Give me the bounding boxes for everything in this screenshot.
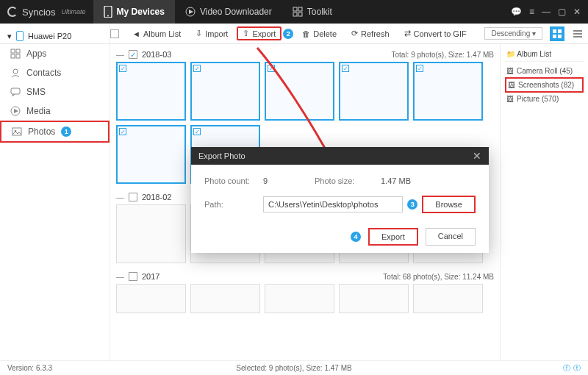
device-entry[interactable]: ▾ Huawei P20 — [0, 28, 110, 44]
tool-refresh[interactable]: ⟳ Refresh — [345, 26, 395, 40]
title-bar: Syncios Ultimate My Devices Video Downlo… — [0, 0, 588, 24]
cancel-button[interactable]: Cancel — [426, 228, 476, 246]
photos-icon — [12, 126, 22, 137]
thumb-checkbox[interactable]: ✓ — [342, 65, 349, 72]
dialog-close-icon[interactable]: ✕ — [473, 150, 481, 162]
dialog-title: Export Photo — [198, 151, 245, 160]
view-grid-button[interactable] — [550, 26, 564, 41]
menu-icon[interactable]: ≡ — [529, 7, 534, 17]
sort-dropdown[interactable]: Descending ▾ — [484, 27, 542, 40]
svg-rect-22 — [558, 35, 562, 38]
sidebar-item-photos[interactable]: Photos 1 — [0, 121, 110, 143]
chevron-down-icon: ▾ — [7, 32, 12, 41]
tab-video-downloader[interactable]: Video Downloader — [175, 0, 282, 24]
view-list-button[interactable] — [570, 26, 585, 41]
tool-album-list[interactable]: ◄ Album List — [126, 27, 187, 40]
close-icon[interactable]: ✕ — [573, 7, 581, 17]
album-row-camera[interactable]: 🖼 Camera Roll (45) — [505, 65, 584, 77]
phone-icon — [16, 31, 24, 41]
photo-thumb[interactable] — [339, 284, 409, 313]
thumb-checkbox[interactable]: ✓ — [268, 65, 275, 72]
photo-thumb[interactable] — [413, 284, 483, 313]
sync-icon — [7, 7, 18, 17]
sidebar-item-media[interactable]: Media — [0, 101, 110, 121]
tool-label: Import — [205, 29, 228, 38]
export-icon: ⇧ — [243, 29, 249, 38]
tab-label: My Devices — [117, 7, 165, 17]
svg-rect-6 — [293, 12, 297, 16]
sidebar-item-sms[interactable]: SMS — [0, 82, 110, 101]
window-controls: 💬 ≡ — ▢ ✕ — [503, 7, 588, 17]
photo-count-label: Photo count: — [204, 176, 263, 185]
app-logo: Syncios Ultimate — [0, 7, 93, 18]
tool-import[interactable]: ⇩ Import — [190, 26, 234, 40]
thumb-checkbox[interactable]: ✓ — [119, 128, 126, 135]
thumb-checkbox[interactable]: ✓ — [193, 128, 201, 135]
sidebar-label: Apps — [26, 49, 46, 59]
sidebar-item-apps[interactable]: Apps — [0, 44, 110, 63]
thumb-checkbox[interactable]: ✓ — [193, 65, 201, 72]
minimize-icon[interactable]: — — [542, 7, 551, 17]
back-icon: ◄ — [132, 29, 140, 38]
tool-convert-gif[interactable]: ⇄ Convert to GIF — [398, 26, 473, 40]
svg-marker-3 — [189, 10, 193, 14]
chevron-down-icon: ▾ — [532, 29, 536, 38]
sidebar-label: SMS — [26, 87, 46, 97]
album-header-label: Album List — [517, 50, 551, 58]
tab-toolkit[interactable]: Toolkit — [282, 0, 343, 24]
svg-rect-23 — [573, 30, 582, 32]
tool-label: Album List — [143, 29, 181, 38]
tool-export[interactable]: ⇧ Export — [237, 26, 282, 40]
sort-label: Descending — [491, 29, 530, 38]
section-header[interactable]: — ✓ 2018-03 Total: 9 photo(s), Size: 1.4… — [116, 50, 494, 59]
facebook-icon[interactable]: ⓕ — [563, 363, 570, 374]
twitter-icon[interactable]: ⓣ — [573, 363, 581, 374]
thumb-checkbox[interactable]: ✓ — [416, 65, 423, 72]
photo-size-value: 1.47 MB — [381, 176, 411, 185]
app-edition: Ultimate — [62, 8, 86, 15]
photo-thumb[interactable]: ✓ — [190, 62, 260, 121]
apps-icon — [10, 49, 21, 59]
section-checkbox[interactable]: ✓ — [129, 272, 137, 281]
message-icon[interactable]: 💬 — [511, 7, 522, 17]
version-text: Version: 6.3.3 — [7, 364, 52, 372]
browse-button[interactable]: Browse — [422, 196, 476, 213]
device-name: Huawei P20 — [28, 32, 71, 40]
photo-thumb[interactable] — [190, 284, 260, 313]
path-input[interactable] — [263, 196, 403, 213]
step-badge-3: 3 — [407, 199, 417, 210]
image-icon: 🖼 — [506, 95, 514, 103]
select-all-checkbox[interactable] — [110, 29, 119, 38]
export-button[interactable]: Export — [368, 228, 418, 246]
section-checkbox[interactable]: ✓ — [129, 193, 137, 201]
tool-label: Export — [252, 29, 276, 38]
tab-label: Toolkit — [307, 7, 332, 17]
sidebar-item-contacts[interactable]: Contacts — [0, 63, 110, 82]
photo-thumb[interactable] — [116, 204, 186, 263]
tool-delete[interactable]: 🗑 Delete — [296, 27, 343, 40]
svg-rect-4 — [293, 7, 297, 11]
svg-rect-11 — [11, 54, 15, 58]
photo-thumb[interactable]: ✓ — [265, 62, 334, 121]
photo-size-label: Photo size: — [315, 176, 381, 185]
contacts-icon — [10, 68, 21, 78]
maximize-icon[interactable]: ▢ — [558, 7, 566, 17]
photo-thumb[interactable]: ✓ — [339, 62, 409, 121]
album-row-picture[interactable]: 🖼 Picture (570) — [505, 93, 584, 105]
dialog-titlebar: Export Photo ✕ — [191, 147, 489, 165]
section-header[interactable]: — ✓ 2017 Total: 68 photo(s), Size: 11.24… — [116, 272, 494, 281]
photo-thumb[interactable]: ✓ — [116, 125, 186, 184]
tab-my-devices[interactable]: My Devices — [93, 0, 175, 24]
tab-label: Video Downloader — [200, 7, 272, 17]
photo-thumb[interactable] — [116, 284, 186, 313]
thumb-checkbox[interactable]: ✓ — [119, 65, 126, 72]
photo-thumb[interactable] — [265, 284, 334, 313]
photo-thumb[interactable]: ✓ — [116, 62, 186, 121]
album-label: Screenshots (82) — [518, 81, 574, 89]
trash-icon: 🗑 — [302, 29, 310, 38]
section-checkbox[interactable]: ✓ — [129, 50, 137, 59]
album-panel: 📁 Album List 🖼 Camera Roll (45) 🖼 Screen… — [500, 44, 588, 360]
photo-thumb[interactable]: ✓ — [413, 62, 483, 121]
album-row-screenshots[interactable]: 🖼 Screenshots (82) — [505, 77, 584, 93]
photo-count-value: 9 — [263, 176, 315, 185]
